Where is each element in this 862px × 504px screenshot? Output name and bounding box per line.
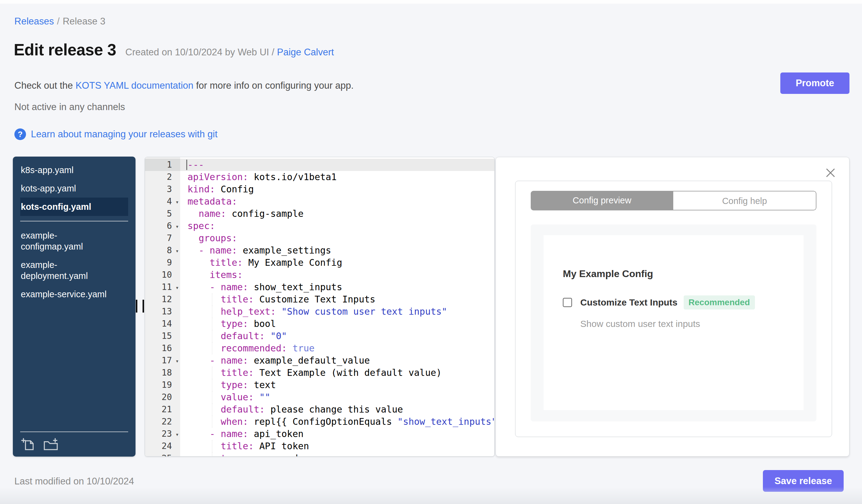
tab-config-preview[interactable]: Config preview <box>531 191 673 210</box>
code-line-20[interactable]: 20 value: "" <box>145 391 494 403</box>
indent-guide <box>212 330 212 342</box>
last-modified-text: Last modified on 10/10/2024 <box>14 476 134 487</box>
fold-arrow-icon[interactable]: ▾ <box>175 281 179 294</box>
file-item-kots-app.yaml[interactable]: kots-app.yaml <box>20 179 128 198</box>
file-item-example-configmap.yaml[interactable]: example-configmap.yaml <box>20 226 128 256</box>
line-number: 5 <box>145 208 180 220</box>
line-number: 3 <box>145 183 180 196</box>
line-number: 19 <box>145 379 180 391</box>
file-label: kots-app.yaml <box>21 183 76 194</box>
preview-inner-card: Config preview Config help My Example Co… <box>515 181 832 437</box>
file-item-k8s-app.yaml[interactable]: k8s-app.yaml <box>20 161 128 179</box>
code-line-24[interactable]: 24 title: API token <box>145 440 494 452</box>
line-number: 6▾ <box>145 220 180 232</box>
line-number: 23▾ <box>145 428 180 440</box>
code-line-2[interactable]: 2apiVersion: kots.io/v1beta1 <box>145 171 494 183</box>
code-line-15[interactable]: 15 default: "0" <box>145 330 494 342</box>
code-line-25[interactable]: 25 type: password <box>145 452 494 456</box>
code-line-6[interactable]: 6▾spec: <box>145 220 494 232</box>
sidebar-resize-handle[interactable] <box>136 300 144 313</box>
indent-guide <box>212 306 212 318</box>
code-text: groups: <box>180 232 494 244</box>
question-icon: ? <box>14 129 26 140</box>
code-line-22[interactable]: 22 when: repl{{ ConfigOptionEquals "show… <box>145 416 494 428</box>
code-text: value: "" <box>180 391 494 403</box>
code-text: when: repl{{ ConfigOptionEquals "show_te… <box>180 416 494 428</box>
git-help-row: ? Learn about managing your releases wit… <box>14 129 218 140</box>
breadcrumb-releases-link[interactable]: Releases <box>14 16 54 27</box>
code-line-7[interactable]: 7 groups: <box>145 232 494 244</box>
line-number: 7 <box>145 232 180 244</box>
code-line-8[interactable]: 8▾ - name: example_settings <box>145 244 494 256</box>
code-line-12[interactable]: 12 title: Customize Text Inputs <box>145 293 494 306</box>
code-line-4[interactable]: 4▾metadata: <box>145 196 494 208</box>
line-number: 11▾ <box>145 281 180 293</box>
config-preview-panel: Config preview Config help My Example Co… <box>496 157 849 456</box>
fold-arrow-icon[interactable]: ▾ <box>175 428 179 440</box>
code-line-11[interactable]: 11▾ - name: show_text_inputs <box>145 281 494 293</box>
code-line-13[interactable]: 13 help_text: "Show custom user text inp… <box>145 306 494 318</box>
line-number: 18 <box>145 367 180 379</box>
code-text: title: Text Example (with default value) <box>180 367 494 379</box>
code-line-9[interactable]: 9 title: My Example Config <box>145 256 494 269</box>
line-number: 9 <box>145 256 180 269</box>
code-text: - name: show_text_inputs <box>180 281 494 293</box>
file-item-example-deployment.yaml[interactable]: example-deployment.yaml <box>20 256 128 285</box>
code-line-16[interactable]: 16 recommended: true <box>145 342 494 355</box>
edit-release-page: Releases/Release 3 Edit release 3 Create… <box>0 0 862 504</box>
fold-arrow-icon[interactable]: ▾ <box>175 220 179 233</box>
code-line-18[interactable]: 18 title: Text Example (with default val… <box>145 367 494 379</box>
customize-text-inputs-checkbox[interactable] <box>563 298 572 307</box>
close-icon[interactable] <box>825 167 836 178</box>
sidebar-actions <box>13 432 135 456</box>
code-text: default: please change this value <box>180 403 494 416</box>
code-line-21[interactable]: 21 default: please change this value <box>145 403 494 416</box>
config-group-heading: My Example Config <box>563 268 784 279</box>
file-label: k8s-app.yaml <box>21 164 74 175</box>
fold-arrow-icon[interactable]: ▾ <box>175 355 179 367</box>
code-text: spec: <box>180 220 494 232</box>
file-label: kots-config.yaml <box>21 201 91 212</box>
fold-arrow-icon[interactable]: ▾ <box>175 196 179 208</box>
new-folder-icon[interactable] <box>43 437 59 452</box>
indent-guide <box>212 440 212 452</box>
file-item-kots-config.yaml[interactable]: kots-config.yaml <box>20 198 128 216</box>
code-text: title: API token <box>180 440 494 452</box>
code-line-10[interactable]: 10 items: <box>145 269 494 281</box>
line-number: 16 <box>145 342 180 355</box>
page-title: Edit release 3 <box>14 40 116 59</box>
code-line-17[interactable]: 17▾ - name: example_default_value <box>145 355 494 367</box>
code-line-1[interactable]: 1--- <box>145 159 494 171</box>
code-line-14[interactable]: 14 type: bool <box>145 318 494 330</box>
code-line-19[interactable]: 19 type: text <box>145 379 494 391</box>
code-text: - name: example_default_value <box>180 355 494 367</box>
code-text: name: config-sample <box>180 208 494 220</box>
code-line-23[interactable]: 23▾ - name: api_token <box>145 428 494 440</box>
save-release-button[interactable]: Save release <box>763 470 844 492</box>
code-line-3[interactable]: 3kind: Config <box>145 183 494 196</box>
author-link[interactable]: Paige Calvert <box>277 47 334 57</box>
title-row: Edit release 3 Created on 10/10/2024 by … <box>14 40 334 59</box>
tab-config-help[interactable]: Config help <box>673 191 817 210</box>
checkbox-label: Customize Text Inputs <box>580 297 678 308</box>
line-number: 22 <box>145 416 180 428</box>
fold-arrow-icon[interactable]: ▾ <box>175 245 179 257</box>
code-text: --- <box>180 159 494 171</box>
config-item-description: Show custom user text inputs <box>580 319 784 329</box>
code-text: help_text: "Show custom user text inputs… <box>180 306 494 318</box>
code-text: apiVersion: kots.io/v1beta1 <box>180 171 494 183</box>
kots-docs-link[interactable]: KOTS YAML documentation <box>76 80 193 91</box>
promote-button[interactable]: Promote <box>780 72 849 94</box>
yaml-editor[interactable]: 1---2apiVersion: kots.io/v1beta13kind: C… <box>145 157 495 456</box>
recommended-badge: Recommended <box>684 295 755 309</box>
file-item-example-service.yaml[interactable]: example-service.yaml <box>20 285 128 303</box>
line-number: 14 <box>145 318 180 330</box>
line-number: 10 <box>145 269 180 281</box>
code-line-5[interactable]: 5 name: config-sample <box>145 208 494 220</box>
line-number: 15 <box>145 330 180 342</box>
git-help-link[interactable]: Learn about managing your releases with … <box>31 129 218 140</box>
code-text: kind: Config <box>180 183 494 196</box>
code-text: default: "0" <box>180 330 494 342</box>
code-text: recommended: true <box>180 342 494 355</box>
new-file-icon[interactable] <box>21 437 35 452</box>
